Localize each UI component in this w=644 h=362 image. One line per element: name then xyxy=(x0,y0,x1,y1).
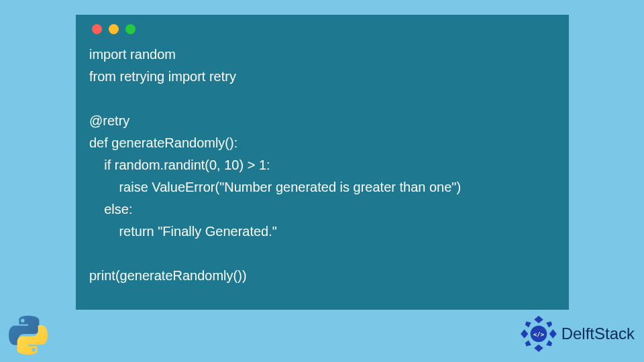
svg-marker-2 xyxy=(521,329,528,338)
delftstack-logo-icon: </> xyxy=(520,315,557,353)
maximize-dot-icon xyxy=(125,24,136,34)
svg-text:</>: </> xyxy=(533,331,544,338)
close-dot-icon xyxy=(92,24,102,34)
svg-marker-4 xyxy=(525,322,531,328)
code-block: import random from retrying import retry… xyxy=(89,44,555,287)
minimize-dot-icon xyxy=(109,24,119,34)
window-controls xyxy=(92,24,555,34)
svg-marker-0 xyxy=(534,316,543,323)
code-window: import random from retrying import retry… xyxy=(76,15,569,310)
svg-marker-7 xyxy=(546,341,552,347)
brand-name: DelftStack xyxy=(561,324,635,343)
svg-marker-1 xyxy=(534,345,543,352)
python-logo-icon xyxy=(8,315,48,355)
brand: </> DelftStack xyxy=(520,315,635,353)
svg-marker-3 xyxy=(549,329,556,338)
svg-marker-5 xyxy=(546,322,552,328)
svg-marker-6 xyxy=(525,341,531,347)
